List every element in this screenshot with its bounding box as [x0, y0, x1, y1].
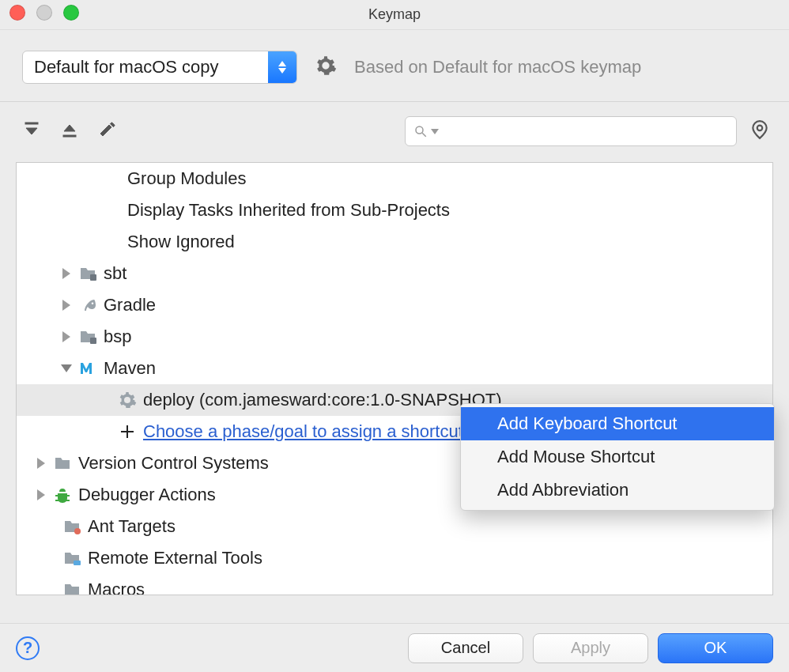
folder-icon [62, 549, 81, 568]
cancel-button[interactable]: Cancel [408, 633, 523, 663]
disclosure-right-icon [61, 268, 72, 279]
search-input-container[interactable] [405, 116, 737, 146]
toolbar [0, 102, 789, 156]
folder-icon [62, 580, 81, 595]
tree-node-sbt[interactable]: sbt [17, 258, 772, 289]
context-menu: Add Keyboard Shortcut Add Mouse Shortcut… [460, 403, 775, 511]
header: Default for macOS copy Based on Default … [0, 30, 789, 102]
menu-add-mouse-shortcut[interactable]: Add Mouse Shortcut [461, 440, 774, 474]
tree-node-macros[interactable]: Macros [17, 574, 772, 595]
tree-item-label: Version Control Systems [78, 453, 269, 474]
search-input[interactable] [442, 123, 728, 141]
zoom-window-button[interactable] [63, 5, 79, 21]
gradle-icon [78, 296, 97, 315]
gear-icon [118, 391, 137, 410]
tree-node-bsp[interactable]: bsp [17, 321, 772, 353]
apply-button[interactable]: Apply [533, 633, 648, 663]
tree-item-label: deploy (com.jamesward:core:1.0-SNAPSHOT) [143, 390, 502, 410]
svg-point-8 [74, 528, 81, 534]
disclosure-right-icon [36, 458, 47, 469]
minimize-window-button[interactable] [36, 5, 52, 21]
disclosure-right-icon [36, 489, 47, 500]
tree-item-label: Display Tasks Inherited from Sub-Project… [127, 200, 450, 221]
disclosure-down-icon [61, 363, 72, 374]
gear-icon[interactable] [315, 55, 337, 81]
tree-item-label: Macros [88, 580, 145, 595]
bottom-bar: ? Cancel Apply OK [0, 623, 789, 672]
tree-item-label: Remote External Tools [88, 548, 262, 568]
chevron-down-icon [431, 129, 439, 134]
search-icon [413, 124, 428, 138]
keymap-profile-label: Default for macOS copy [23, 57, 268, 77]
keymap-profile-select[interactable]: Default for macOS copy [22, 51, 297, 84]
bug-icon [53, 485, 72, 504]
tree-item-label: Show Ignored [127, 232, 235, 252]
tree-item-group-modules[interactable]: Group Modules [17, 163, 772, 194]
svg-rect-4 [90, 274, 96, 281]
folder-icon [78, 264, 97, 283]
ok-button[interactable]: OK [658, 633, 773, 663]
find-actions-by-shortcut-button[interactable] [749, 119, 770, 144]
tree-item-display-inherited[interactable]: Display Tasks Inherited from Sub-Project… [17, 194, 772, 226]
tree-item-label: bsp [104, 327, 131, 347]
actions-tree: Group Modules Display Tasks Inherited fr… [16, 162, 773, 595]
tree-item-label: Choose a phase/goal to assign a shortcut [143, 421, 463, 442]
menu-add-keyboard-shortcut[interactable]: Add Keyboard Shortcut [461, 407, 774, 440]
folder-icon [78, 327, 97, 346]
plus-icon [118, 422, 137, 441]
title-bar: Keymap [0, 0, 789, 30]
tree-item-label: Group Modules [127, 168, 246, 189]
disclosure-right-icon [61, 300, 72, 311]
menu-add-abbreviation[interactable]: Add Abbreviation [461, 474, 774, 507]
folder-icon [53, 454, 72, 473]
collapse-all-button[interactable] [60, 120, 79, 143]
svg-rect-9 [74, 561, 81, 565]
svg-line-3 [422, 133, 426, 137]
dropdown-stepper-icon [268, 51, 296, 83]
svg-rect-1 [63, 135, 76, 137]
tree-node-gradle[interactable]: Gradle [17, 289, 772, 321]
tree-item-label: Maven [104, 358, 156, 379]
svg-rect-0 [25, 123, 38, 124]
based-on-label: Based on Default for macOS keymap [354, 57, 641, 77]
tree-node-ant-targets[interactable]: Ant Targets [17, 511, 772, 542]
close-window-button[interactable] [9, 5, 25, 21]
tree-item-label: Ant Targets [88, 516, 176, 537]
tree-item-show-ignored[interactable]: Show Ignored [17, 226, 772, 258]
svg-rect-5 [90, 338, 96, 344]
tree-node-maven[interactable]: Maven [17, 353, 772, 384]
disclosure-right-icon [61, 331, 72, 342]
window-controls [9, 5, 79, 21]
edit-shortcut-button[interactable] [98, 120, 117, 143]
tree-node-remote-tools[interactable]: Remote External Tools [17, 542, 772, 574]
help-button[interactable]: ? [16, 636, 40, 660]
tree-item-label: Gradle [104, 295, 156, 315]
svg-point-2 [416, 126, 423, 134]
folder-icon [62, 517, 81, 536]
expand-all-button[interactable] [22, 120, 41, 143]
window-title: Keymap [368, 6, 421, 23]
tree-item-label: Debugger Actions [78, 485, 216, 505]
tree-item-label: sbt [104, 263, 126, 284]
maven-icon [78, 359, 97, 378]
